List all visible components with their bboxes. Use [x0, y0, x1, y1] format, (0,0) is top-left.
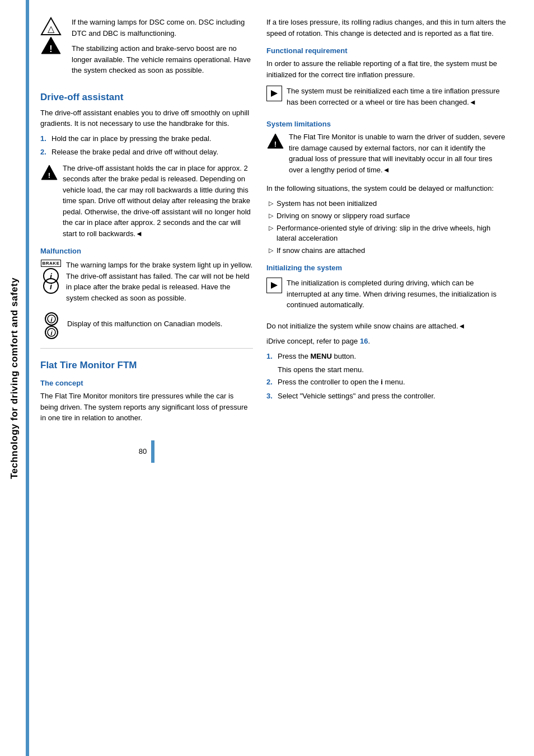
idrive-ref: iDrive concept, refer to page 16. — [266, 336, 507, 347]
svg-text:!: ! — [48, 171, 50, 180]
warning-filled-triangle-icon: ! — [40, 36, 62, 55]
system-limits-text: In the following situations, the system … — [266, 183, 507, 194]
step-num-1: 1. — [40, 134, 48, 144]
bullet-text-1: System has not been initialized — [277, 199, 377, 209]
bullet-arrow-4: ▷ — [269, 246, 273, 256]
canadian-icon-block: i i Display of this malfunction on Canad… — [40, 312, 253, 339]
page-number-area: 80 — [40, 440, 253, 463]
drive-off-step-2: 2. Release the brake pedal and drive off… — [40, 147, 253, 157]
svg-text:i: i — [50, 330, 53, 336]
init-step-num-1: 1. — [266, 351, 274, 361]
functional-req-note: The system must be reinitialized each ti… — [266, 86, 507, 112]
initializing-arrow-icon — [270, 281, 279, 290]
right-column: If a tire loses pressure, its rolling ra… — [266, 17, 507, 745]
malfunction-block: BRAKE i i The warning lamps for the brak… — [40, 260, 253, 308]
note-arrow-box — [266, 86, 282, 101]
sidebar-accent-bar — [26, 0, 29, 756]
functional-req-text: In order to assure the reliable reportin… — [266, 58, 507, 80]
bullet-3: ▷ Performance-oriented style of driving:… — [266, 223, 507, 243]
sidebar: Technology for driving comfort and safet… — [0, 0, 29, 756]
canadian-double-icon: i i — [40, 312, 63, 339]
initializing-steps: 1. Press the MENU button. This opens the… — [266, 351, 507, 401]
svg-text:!: ! — [274, 140, 277, 148]
system-limits-title: System limitations — [266, 120, 507, 128]
svg-marker-16 — [271, 90, 278, 97]
functional-req-note-text: The system must be reinitialized each ti… — [287, 86, 507, 107]
divider — [40, 348, 253, 349]
malfunction-text1: The warning lamps for the brake system l… — [66, 260, 253, 303]
right-intro: If a tire loses pressure, its rolling ra… — [266, 17, 507, 39]
page-number: 80 — [139, 447, 147, 456]
bullet-1: ▷ System has not been initialized — [266, 199, 507, 209]
svg-text:△: △ — [48, 24, 55, 34]
left-column: △ ! If the warning lamps for DSC come on… — [40, 17, 253, 745]
initializing-title: Initializing the system — [266, 264, 507, 272]
init-step-1: 1. Press the MENU button. — [266, 351, 507, 361]
drive-off-step-1: 1. Hold the car in place by pressing the… — [40, 134, 253, 144]
dsc-warning-text2: The stabilizing action and brake-servo b… — [72, 43, 253, 76]
svg-text:i: i — [50, 272, 53, 281]
functional-req-title: Functional requirement — [266, 46, 507, 55]
dsc-icon-group: △ ! — [40, 17, 62, 81]
svg-text:!: ! — [49, 44, 52, 54]
init-step-num-3: 3. — [266, 391, 274, 401]
initializing-note-text: The initialization is completed during d… — [287, 278, 507, 311]
bullet-arrow-2: ▷ — [269, 212, 273, 221]
warning-triangle-icon: △ — [40, 17, 62, 36]
bullet-arrow-1: ▷ — [269, 199, 273, 209]
system-limits-warning-icon: ! — [266, 133, 284, 149]
brake-circle-icon: i i — [40, 268, 62, 294]
right-arrow-icon — [270, 89, 279, 98]
bullet-text-4: If snow chains are attached — [277, 246, 365, 256]
init-step-text-2: Press the controller to open the i menu. — [278, 377, 405, 387]
system-limits-warning: ! The Flat Tire Monitor is unable to war… — [266, 132, 507, 180]
concept-text: The Flat Tire Monitor monitors tire pres… — [40, 391, 253, 424]
bullet-2: ▷ Driving on snowy or slippery road surf… — [266, 211, 507, 221]
init-step-2: 2. Press the controller to open the i me… — [266, 377, 507, 387]
init-step-text-3: Select "Vehicle settings" and press the … — [278, 391, 435, 401]
drive-off-warning-note: ! The drive-off assistant holds the car … — [40, 163, 253, 244]
canadian-text: Display of this malfunction on Canadian … — [67, 318, 222, 330]
sidebar-label: Technology for driving comfort and safet… — [9, 277, 20, 478]
step-text-1: Hold the car in place by pressing the br… — [51, 134, 211, 144]
system-limits-warning-text: The Flat Tire Monitor is unable to warn … — [289, 132, 507, 175]
bullet-text-3: Performance-oriented style of driving: s… — [277, 223, 507, 243]
dsc-warning-text: If the warning lamps for DSC come on. DS… — [72, 17, 253, 81]
init-step-num-2: 2. — [266, 377, 274, 387]
drive-off-note-text: The drive-off assistant holds the car in… — [63, 163, 253, 240]
initializing-text2: Do not initialize the system while snow … — [266, 321, 507, 332]
init-step-1-sub: This opens the start menu. — [266, 365, 507, 375]
dsc-warning-text1: If the warning lamps for DSC come on. DS… — [72, 17, 253, 39]
malfunction-title: Malfunction — [40, 247, 253, 255]
page-bar — [151, 440, 154, 463]
drive-off-steps: 1. Hold the car in place by pressing the… — [40, 134, 253, 157]
bullet-4: ▷ If snow chains are attached — [266, 246, 507, 256]
dsc-warning-block: △ ! If the warning lamps for DSC come on… — [40, 17, 253, 81]
step-num-2: 2. — [40, 147, 48, 157]
bullet-arrow-3: ▷ — [269, 224, 273, 243]
concept-subtitle: The concept — [40, 379, 253, 387]
brake-label: BRAKE — [41, 260, 62, 267]
system-limits-bullets: ▷ System has not been initialized ▷ Driv… — [266, 199, 507, 256]
init-step-text-1: Press the MENU button. — [278, 351, 356, 361]
step-text-2: Release the brake pedal and drive off wi… — [51, 147, 218, 157]
drive-off-title: Drive-off assistant — [40, 92, 253, 103]
initializing-note: The initialization is completed during d… — [266, 278, 507, 315]
ftm-title: Flat Tire Monitor FTM — [40, 360, 253, 371]
idrive-ref-page[interactable]: 16 — [360, 337, 368, 345]
bullet-text-2: Driving on snowy or slippery road surfac… — [277, 211, 410, 221]
drive-off-intro: The drive-off assistant enables you to d… — [40, 107, 253, 129]
idrive-ref-text: iDrive concept, refer to page — [266, 337, 360, 345]
brake-icon-container: BRAKE i i — [40, 260, 62, 308]
initializing-note-arrow-box — [266, 278, 282, 293]
init-step-3: 3. Select "Vehicle settings" and press t… — [266, 391, 507, 401]
warning-note-triangle-icon: ! — [40, 164, 58, 181]
svg-text:i: i — [50, 316, 53, 323]
svg-marker-19 — [271, 282, 278, 289]
